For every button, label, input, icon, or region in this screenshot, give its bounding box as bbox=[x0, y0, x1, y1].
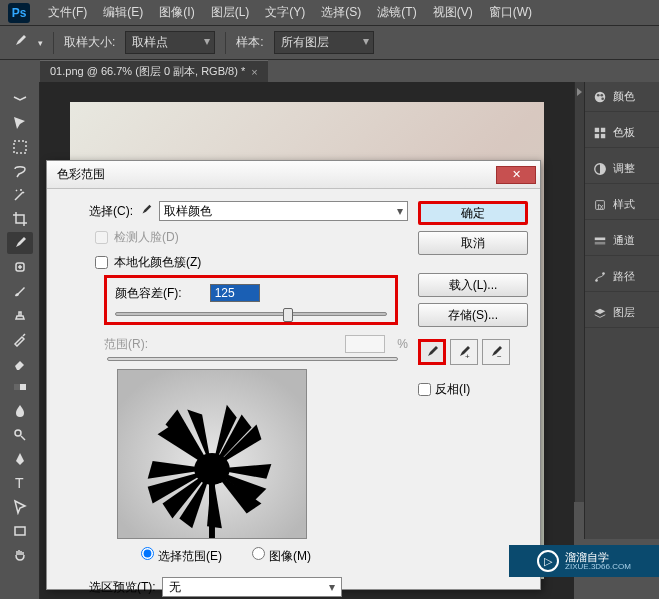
panel-styles-label: 样式 bbox=[613, 197, 635, 212]
detect-faces-label: 检测人脸(D) bbox=[114, 229, 179, 246]
svg-text:−: − bbox=[497, 352, 502, 360]
range-slider bbox=[107, 357, 398, 361]
panel-layers-label: 图层 bbox=[613, 305, 635, 320]
document-tab-title: 01.png @ 66.7% (图层 0 副本, RGB/8) * bbox=[50, 64, 245, 79]
selection-preview[interactable] bbox=[117, 369, 307, 539]
invert-checkbox[interactable] bbox=[418, 383, 431, 396]
healing-brush-tool[interactable] bbox=[7, 256, 33, 278]
marquee-tool[interactable] bbox=[7, 136, 33, 158]
fuzziness-label: 颜色容差(F): bbox=[115, 285, 182, 302]
eyedropper-tool-icon bbox=[12, 33, 28, 52]
svg-rect-25 bbox=[209, 484, 215, 538]
crop-tool[interactable] bbox=[7, 208, 33, 230]
document-tab-close-icon[interactable]: × bbox=[251, 66, 257, 78]
document-tab-bar: 01.png @ 66.7% (图层 0 副本, RGB/8) * × bbox=[40, 60, 268, 82]
panel-adjustments[interactable]: 调整 bbox=[585, 154, 659, 184]
sample-label: 样本: bbox=[236, 34, 263, 51]
preview-select[interactable]: 无 bbox=[162, 577, 342, 597]
range-input bbox=[345, 335, 385, 353]
sample-select[interactable]: 所有图层 bbox=[274, 31, 374, 54]
panel-channels-label: 通道 bbox=[613, 233, 635, 248]
range-label: 范围(R): bbox=[104, 336, 148, 353]
magic-wand-tool[interactable] bbox=[7, 184, 33, 206]
svg-point-4 bbox=[15, 430, 21, 436]
panel-channels[interactable]: 通道 bbox=[585, 226, 659, 256]
fuzziness-slider[interactable] bbox=[115, 312, 387, 316]
menu-layer[interactable]: 图层(L) bbox=[203, 4, 258, 21]
collapse-handle[interactable] bbox=[7, 88, 33, 110]
svg-rect-18 bbox=[595, 237, 606, 240]
detect-faces-checkbox bbox=[95, 231, 108, 244]
panel-paths[interactable]: 路径 bbox=[585, 262, 659, 292]
eyedropper-add-icon[interactable]: + bbox=[450, 339, 478, 365]
toolbox: T bbox=[0, 82, 40, 599]
watermark-url: ZIXUE.3D66.COM bbox=[565, 563, 631, 572]
move-tool[interactable] bbox=[7, 112, 33, 134]
menu-bar: Ps 文件(F) 编辑(E) 图像(I) 图层(L) 文字(Y) 选择(S) 滤… bbox=[0, 0, 659, 26]
options-bar: ▾ 取样大小: 取样点 样本: 所有图层 bbox=[0, 26, 659, 60]
hand-tool[interactable] bbox=[7, 544, 33, 566]
invert-label: 反相(I) bbox=[435, 381, 470, 398]
dialog-titlebar[interactable]: 色彩范围 ✕ bbox=[47, 161, 540, 189]
panel-color-label: 颜色 bbox=[613, 89, 635, 104]
panel-layers[interactable]: 图层 bbox=[585, 298, 659, 328]
svg-rect-11 bbox=[595, 127, 599, 131]
menu-select[interactable]: 选择(S) bbox=[313, 4, 369, 21]
svg-rect-12 bbox=[601, 127, 605, 131]
menu-filter[interactable]: 滤镜(T) bbox=[369, 4, 424, 21]
panel-styles[interactable]: fx 样式 bbox=[585, 190, 659, 220]
dropdown-icon[interactable]: ▾ bbox=[38, 38, 43, 48]
menu-view[interactable]: 视图(V) bbox=[425, 4, 481, 21]
history-brush-tool[interactable] bbox=[7, 328, 33, 350]
eyedropper-group: + − bbox=[418, 339, 528, 365]
menu-type[interactable]: 文字(Y) bbox=[257, 4, 313, 21]
range-unit: % bbox=[397, 337, 408, 351]
radio-image[interactable]: 图像(M) bbox=[252, 547, 311, 565]
cancel-button[interactable]: 取消 bbox=[418, 231, 528, 255]
select-dropdown[interactable]: 取样颜色 bbox=[159, 201, 408, 221]
type-tool[interactable]: T bbox=[7, 472, 33, 494]
eyedropper-tool[interactable] bbox=[7, 232, 33, 254]
fuzziness-input[interactable]: 125 bbox=[210, 284, 260, 302]
blur-tool[interactable] bbox=[7, 400, 33, 422]
pen-tool[interactable] bbox=[7, 448, 33, 470]
panel-swatches[interactable]: 色板 bbox=[585, 118, 659, 148]
sample-size-select[interactable]: 取样点 bbox=[125, 31, 215, 54]
load-button[interactable]: 载入(L)... bbox=[418, 273, 528, 297]
menu-image[interactable]: 图像(I) bbox=[151, 4, 202, 21]
select-label: 选择(C): bbox=[89, 203, 133, 220]
panel-color[interactable]: 颜色 bbox=[585, 82, 659, 112]
svg-rect-6 bbox=[15, 527, 25, 535]
svg-text:+: + bbox=[465, 352, 470, 360]
eraser-tool[interactable] bbox=[7, 352, 33, 374]
svg-rect-3 bbox=[14, 384, 20, 390]
dialog-close-button[interactable]: ✕ bbox=[496, 166, 536, 184]
svg-point-10 bbox=[601, 97, 604, 100]
menu-window[interactable]: 窗口(W) bbox=[481, 4, 540, 21]
ok-button[interactable]: 确定 bbox=[418, 201, 528, 225]
watermark-play-icon: ▷ bbox=[537, 550, 559, 572]
document-tab[interactable]: 01.png @ 66.7% (图层 0 副本, RGB/8) * × bbox=[40, 60, 268, 82]
dialog-title: 色彩范围 bbox=[57, 166, 105, 183]
clone-stamp-tool[interactable] bbox=[7, 304, 33, 326]
panel-collapse-strip[interactable] bbox=[574, 82, 584, 502]
svg-text:fx: fx bbox=[597, 201, 603, 210]
fuzziness-highlight: 颜色容差(F): 125 bbox=[104, 275, 398, 325]
eyedropper-sample-icon[interactable] bbox=[418, 339, 446, 365]
eyedropper-subtract-icon[interactable]: − bbox=[482, 339, 510, 365]
radio-selection[interactable]: 选择范围(E) bbox=[141, 547, 222, 565]
menu-edit[interactable]: 编辑(E) bbox=[95, 4, 151, 21]
menu-file[interactable]: 文件(F) bbox=[40, 4, 95, 21]
lasso-tool[interactable] bbox=[7, 160, 33, 182]
dodge-tool[interactable] bbox=[7, 424, 33, 446]
panel-paths-label: 路径 bbox=[613, 269, 635, 284]
save-button[interactable]: 存储(S)... bbox=[418, 303, 528, 327]
panel-swatches-label: 色板 bbox=[613, 125, 635, 140]
brush-tool[interactable] bbox=[7, 280, 33, 302]
gradient-tool[interactable] bbox=[7, 376, 33, 398]
svg-rect-19 bbox=[595, 241, 606, 244]
localized-checkbox[interactable] bbox=[95, 256, 108, 269]
path-selection-tool[interactable] bbox=[7, 496, 33, 518]
preview-label: 选区预览(T): bbox=[89, 579, 156, 596]
rectangle-tool[interactable] bbox=[7, 520, 33, 542]
